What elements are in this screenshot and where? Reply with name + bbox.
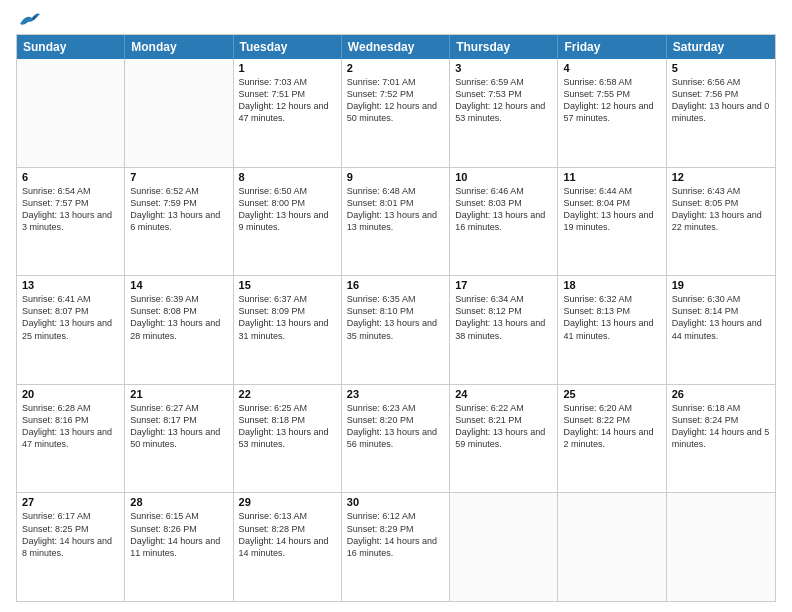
day-detail: Sunrise: 6:37 AM Sunset: 8:09 PM Dayligh… (239, 293, 336, 342)
day-detail: Sunrise: 6:20 AM Sunset: 8:22 PM Dayligh… (563, 402, 660, 451)
day-detail: Sunrise: 6:30 AM Sunset: 8:14 PM Dayligh… (672, 293, 770, 342)
cal-header-saturday: Saturday (667, 35, 775, 59)
cal-cell-day-10: 10Sunrise: 6:46 AM Sunset: 8:03 PM Dayli… (450, 168, 558, 276)
day-detail: Sunrise: 6:32 AM Sunset: 8:13 PM Dayligh… (563, 293, 660, 342)
calendar-week-1: 1Sunrise: 7:03 AM Sunset: 7:51 PM Daylig… (17, 59, 775, 168)
day-detail: Sunrise: 6:34 AM Sunset: 8:12 PM Dayligh… (455, 293, 552, 342)
day-number: 15 (239, 279, 336, 291)
cal-cell-day-1: 1Sunrise: 7:03 AM Sunset: 7:51 PM Daylig… (234, 59, 342, 167)
cal-cell-day-5: 5Sunrise: 6:56 AM Sunset: 7:56 PM Daylig… (667, 59, 775, 167)
logo (16, 10, 40, 28)
day-detail: Sunrise: 7:01 AM Sunset: 7:52 PM Dayligh… (347, 76, 444, 125)
cal-cell-day-4: 4Sunrise: 6:58 AM Sunset: 7:55 PM Daylig… (558, 59, 666, 167)
day-detail: Sunrise: 6:58 AM Sunset: 7:55 PM Dayligh… (563, 76, 660, 125)
day-number: 25 (563, 388, 660, 400)
cal-cell-empty (558, 493, 666, 601)
cal-cell-day-20: 20Sunrise: 6:28 AM Sunset: 8:16 PM Dayli… (17, 385, 125, 493)
cal-cell-day-23: 23Sunrise: 6:23 AM Sunset: 8:20 PM Dayli… (342, 385, 450, 493)
day-number: 28 (130, 496, 227, 508)
cal-cell-day-13: 13Sunrise: 6:41 AM Sunset: 8:07 PM Dayli… (17, 276, 125, 384)
cal-cell-day-14: 14Sunrise: 6:39 AM Sunset: 8:08 PM Dayli… (125, 276, 233, 384)
cal-cell-day-11: 11Sunrise: 6:44 AM Sunset: 8:04 PM Dayli… (558, 168, 666, 276)
header (16, 10, 776, 28)
day-number: 2 (347, 62, 444, 74)
cal-header-sunday: Sunday (17, 35, 125, 59)
cal-header-thursday: Thursday (450, 35, 558, 59)
cal-cell-day-30: 30Sunrise: 6:12 AM Sunset: 8:29 PM Dayli… (342, 493, 450, 601)
cal-cell-day-17: 17Sunrise: 6:34 AM Sunset: 8:12 PM Dayli… (450, 276, 558, 384)
day-detail: Sunrise: 6:17 AM Sunset: 8:25 PM Dayligh… (22, 510, 119, 559)
cal-cell-day-28: 28Sunrise: 6:15 AM Sunset: 8:26 PM Dayli… (125, 493, 233, 601)
day-detail: Sunrise: 6:50 AM Sunset: 8:00 PM Dayligh… (239, 185, 336, 234)
day-detail: Sunrise: 6:12 AM Sunset: 8:29 PM Dayligh… (347, 510, 444, 559)
calendar-week-4: 20Sunrise: 6:28 AM Sunset: 8:16 PM Dayli… (17, 385, 775, 494)
cal-cell-day-2: 2Sunrise: 7:01 AM Sunset: 7:52 PM Daylig… (342, 59, 450, 167)
day-detail: Sunrise: 6:27 AM Sunset: 8:17 PM Dayligh… (130, 402, 227, 451)
cal-cell-day-19: 19Sunrise: 6:30 AM Sunset: 8:14 PM Dayli… (667, 276, 775, 384)
cal-cell-day-27: 27Sunrise: 6:17 AM Sunset: 8:25 PM Dayli… (17, 493, 125, 601)
day-number: 18 (563, 279, 660, 291)
calendar-week-2: 6Sunrise: 6:54 AM Sunset: 7:57 PM Daylig… (17, 168, 775, 277)
cal-cell-day-12: 12Sunrise: 6:43 AM Sunset: 8:05 PM Dayli… (667, 168, 775, 276)
cal-cell-day-18: 18Sunrise: 6:32 AM Sunset: 8:13 PM Dayli… (558, 276, 666, 384)
day-number: 11 (563, 171, 660, 183)
cal-cell-day-3: 3Sunrise: 6:59 AM Sunset: 7:53 PM Daylig… (450, 59, 558, 167)
cal-cell-day-8: 8Sunrise: 6:50 AM Sunset: 8:00 PM Daylig… (234, 168, 342, 276)
day-number: 10 (455, 171, 552, 183)
calendar-week-5: 27Sunrise: 6:17 AM Sunset: 8:25 PM Dayli… (17, 493, 775, 601)
cal-cell-day-9: 9Sunrise: 6:48 AM Sunset: 8:01 PM Daylig… (342, 168, 450, 276)
calendar-week-3: 13Sunrise: 6:41 AM Sunset: 8:07 PM Dayli… (17, 276, 775, 385)
day-detail: Sunrise: 6:59 AM Sunset: 7:53 PM Dayligh… (455, 76, 552, 125)
day-detail: Sunrise: 6:39 AM Sunset: 8:08 PM Dayligh… (130, 293, 227, 342)
day-number: 30 (347, 496, 444, 508)
day-detail: Sunrise: 6:22 AM Sunset: 8:21 PM Dayligh… (455, 402, 552, 451)
cal-header-tuesday: Tuesday (234, 35, 342, 59)
day-detail: Sunrise: 6:46 AM Sunset: 8:03 PM Dayligh… (455, 185, 552, 234)
day-number: 1 (239, 62, 336, 74)
day-number: 3 (455, 62, 552, 74)
cal-cell-empty (667, 493, 775, 601)
cal-cell-empty (450, 493, 558, 601)
day-number: 22 (239, 388, 336, 400)
day-number: 13 (22, 279, 119, 291)
cal-cell-day-25: 25Sunrise: 6:20 AM Sunset: 8:22 PM Dayli… (558, 385, 666, 493)
day-number: 26 (672, 388, 770, 400)
day-detail: Sunrise: 6:18 AM Sunset: 8:24 PM Dayligh… (672, 402, 770, 451)
day-detail: Sunrise: 6:28 AM Sunset: 8:16 PM Dayligh… (22, 402, 119, 451)
day-number: 20 (22, 388, 119, 400)
day-detail: Sunrise: 7:03 AM Sunset: 7:51 PM Dayligh… (239, 76, 336, 125)
day-number: 5 (672, 62, 770, 74)
day-number: 9 (347, 171, 444, 183)
day-number: 29 (239, 496, 336, 508)
day-detail: Sunrise: 6:13 AM Sunset: 8:28 PM Dayligh… (239, 510, 336, 559)
day-detail: Sunrise: 6:56 AM Sunset: 7:56 PM Dayligh… (672, 76, 770, 125)
cal-cell-day-24: 24Sunrise: 6:22 AM Sunset: 8:21 PM Dayli… (450, 385, 558, 493)
day-number: 24 (455, 388, 552, 400)
day-number: 21 (130, 388, 227, 400)
cal-cell-empty (125, 59, 233, 167)
day-detail: Sunrise: 6:48 AM Sunset: 8:01 PM Dayligh… (347, 185, 444, 234)
day-detail: Sunrise: 6:35 AM Sunset: 8:10 PM Dayligh… (347, 293, 444, 342)
day-number: 7 (130, 171, 227, 183)
cal-cell-day-15: 15Sunrise: 6:37 AM Sunset: 8:09 PM Dayli… (234, 276, 342, 384)
cal-cell-empty (17, 59, 125, 167)
day-detail: Sunrise: 6:54 AM Sunset: 7:57 PM Dayligh… (22, 185, 119, 234)
day-detail: Sunrise: 6:41 AM Sunset: 8:07 PM Dayligh… (22, 293, 119, 342)
day-number: 14 (130, 279, 227, 291)
day-number: 6 (22, 171, 119, 183)
calendar: SundayMondayTuesdayWednesdayThursdayFrid… (16, 34, 776, 602)
day-number: 19 (672, 279, 770, 291)
cal-cell-day-29: 29Sunrise: 6:13 AM Sunset: 8:28 PM Dayli… (234, 493, 342, 601)
cal-header-friday: Friday (558, 35, 666, 59)
day-detail: Sunrise: 6:25 AM Sunset: 8:18 PM Dayligh… (239, 402, 336, 451)
day-detail: Sunrise: 6:43 AM Sunset: 8:05 PM Dayligh… (672, 185, 770, 234)
cal-cell-day-21: 21Sunrise: 6:27 AM Sunset: 8:17 PM Dayli… (125, 385, 233, 493)
cal-cell-day-16: 16Sunrise: 6:35 AM Sunset: 8:10 PM Dayli… (342, 276, 450, 384)
day-detail: Sunrise: 6:52 AM Sunset: 7:59 PM Dayligh… (130, 185, 227, 234)
page: SundayMondayTuesdayWednesdayThursdayFrid… (0, 0, 792, 612)
day-number: 4 (563, 62, 660, 74)
day-detail: Sunrise: 6:15 AM Sunset: 8:26 PM Dayligh… (130, 510, 227, 559)
day-detail: Sunrise: 6:44 AM Sunset: 8:04 PM Dayligh… (563, 185, 660, 234)
logo-bird-icon (18, 10, 40, 28)
cal-cell-day-7: 7Sunrise: 6:52 AM Sunset: 7:59 PM Daylig… (125, 168, 233, 276)
